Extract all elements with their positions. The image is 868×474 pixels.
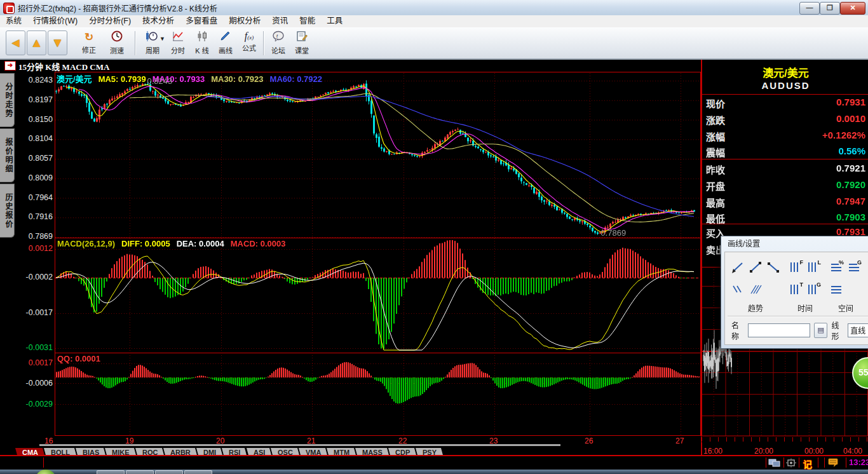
linetype-select[interactable]: 直线 [848,323,868,337]
taskbar-button[interactable] [155,470,183,474]
kline-chart-canvas[interactable] [55,72,701,436]
qq-legend: QQ: 0.0001 [57,354,107,363]
app-logo-icon [3,3,15,14]
intraday-button[interactable]: 分时 [166,30,189,57]
classroom-button[interactable]: 课堂 [290,30,313,57]
price-annotation: 0.8243 [147,76,172,86]
formula-button[interactable]: f(x) 公式 [238,30,261,57]
legend-ma5: MA5: 0.7939 [98,74,146,84]
windows-taskbar[interactable] [0,470,868,474]
legend-symbol: 澳元/美元 [57,74,92,84]
quote-row-label: 最高 [706,196,725,209]
space-gann-icon[interactable]: G [848,261,862,274]
correct-button[interactable]: ↻ 修正 [78,30,100,57]
quote-row-value: 0.56% [838,146,865,156]
linetype-label: 线形 [831,320,844,341]
legend-ma30: MA30: 0.7923 [211,74,263,84]
minimize-button[interactable]: — [799,2,820,15]
quote-row-value: 0.7947 [836,196,865,207]
application-window: 招行外汇2(fxhq2) - 招商银行外汇通行情分析V2.8 - K线分析 — … [0,0,868,474]
quote-row-label: 震幅 [706,146,725,159]
menu-item-6[interactable]: 资讯 [266,15,294,27]
candlestick-icon [196,33,208,44]
time-lucas-icon[interactable]: L [807,261,821,274]
fan-lines-icon[interactable] [749,283,763,296]
space-lines-icon[interactable] [830,283,844,296]
start-orb[interactable] [35,470,57,474]
menu-item-2[interactable]: 分时分析(F) [83,15,137,27]
clock-icon [111,33,123,44]
y-axis-label: 0.8057 [16,154,53,163]
kline-button[interactable]: K 线 [191,30,214,57]
legend-ma60: MA60: 0.7922 [270,74,322,84]
side-tab-1[interactable]: 报价明细 [0,128,15,182]
y-axis-label: 0.7869 [16,232,53,241]
parallel-lines-icon[interactable] [731,283,745,296]
restore-button[interactable]: ❐ [820,2,840,15]
back-button[interactable]: ◄ [6,30,25,55]
refresh-icon: ↻ [85,31,93,43]
time-gann-icon[interactable]: G [807,283,821,296]
y-axis-label: -0.0002 [16,273,53,281]
time-fib-icon[interactable]: F [789,261,803,274]
menu-item-0[interactable]: 系统 [0,15,27,27]
chevron-down-icon: ▼ [159,36,165,42]
close-button[interactable]: ✕ [840,2,865,15]
time-group-label: 时间 [797,302,813,313]
drawline-button[interactable]: 画线 [214,30,237,57]
menu-item-1[interactable]: 行情报价(W) [27,15,83,27]
menu-item-5[interactable]: 期权分析 [223,15,266,27]
quote-row-value: +0.1262% [822,130,865,140]
message-cell[interactable] [824,457,845,468]
menu-item-3[interactable]: 技术分析 [137,15,180,27]
trendline-down-icon[interactable] [766,261,780,274]
taskbar-button[interactable] [97,470,125,474]
speedtest-button[interactable]: 测速 [105,30,128,57]
legend-macd: MACD: 0.0003 [231,239,286,248]
notes-button[interactable]: ▤ [814,323,828,338]
time-tool-group: F L T G 时间 [786,256,824,313]
y-axis-label: 0.8197 [16,95,53,104]
taskbar-button[interactable] [184,470,212,474]
y-axis-label: 0.8150 [16,115,53,124]
quote-row-label: 昨收 [706,163,725,176]
speech-bubble-icon: t [272,33,285,44]
side-tab-2[interactable]: 历史报价 [0,184,15,238]
forum-button[interactable]: t 论坛 [267,30,290,57]
ji-note-cell[interactable]: 记 [799,457,816,468]
y-axis-label: 0.8104 [16,134,53,143]
y-axis-label: -0.0017 [16,308,53,317]
taskbar-button[interactable] [126,470,154,474]
line-chart-icon [172,33,184,44]
space-tool-group: % G 空间 [827,256,865,313]
quote-row-value: 0.7903 [836,212,865,222]
quote-row-value: 0.7920 [836,179,865,190]
trendline-arrow-icon[interactable] [731,261,745,274]
legend-dea: DEA: 0.0004 [177,239,224,248]
brightness-cell[interactable] [783,457,799,468]
down-button[interactable]: ▼ [48,30,67,55]
dialog-title: 画线/设置 [722,238,868,250]
quote-row-label: 最低 [706,212,725,225]
quote-symbol-name: 澳元/美元 [702,64,868,80]
time-t-icon[interactable]: T [789,283,803,296]
menu-item-8[interactable]: 工具 [321,15,348,27]
space-percent-icon[interactable]: % [830,261,844,274]
trendline-segment-icon[interactable] [749,261,763,274]
brightness-icon [784,459,798,470]
up-button[interactable]: ▲ [27,30,46,55]
menu-item-4[interactable]: 多窗看盘 [180,15,223,27]
quote-row-label: 涨跌 [706,113,725,126]
legend-qq: QQ: 0.0001 [57,354,100,363]
connection-cell[interactable] [766,457,783,468]
menu-item-7[interactable]: 智能 [294,15,321,27]
name-input[interactable] [748,323,810,337]
document-pen-icon [295,33,308,44]
quote-symbol-code: AUDUSD [702,80,868,91]
legend-macd-title: MACD(26,12,9) [57,239,115,248]
jump-icon[interactable]: ➔ [4,61,16,71]
side-tab-0[interactable]: 分时走势 [0,73,15,127]
y-axis-label: -0.0029 [16,400,53,409]
time-axis-label: 16:00 [703,447,722,456]
period-button[interactable]: ▼ 周期 [139,30,166,57]
